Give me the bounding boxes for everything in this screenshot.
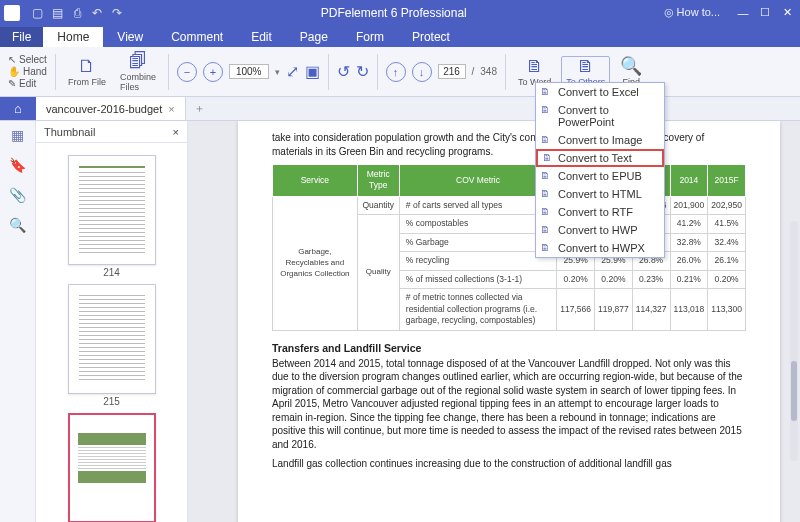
zoom-in-button[interactable]: + xyxy=(203,62,223,82)
file-menu[interactable]: File xyxy=(0,27,43,47)
tab-edit[interactable]: Edit xyxy=(237,27,286,47)
dropdown-item[interactable]: Convert to EPUB xyxy=(536,167,664,185)
qa-undo-icon[interactable]: ↶ xyxy=(90,6,104,20)
thumbnail-item[interactable] xyxy=(68,284,156,394)
section-heading: Transfers and Landfill Service xyxy=(272,341,746,355)
quick-access: ▢ ▤ ⎙ ↶ ↷ xyxy=(30,6,124,20)
dropdown-item[interactable]: Convert to HWPX xyxy=(536,239,664,257)
fit-width-icon[interactable]: ⤢ xyxy=(286,62,299,81)
table-row: Garbage, Recyclables and Organics Collec… xyxy=(273,196,746,214)
data-table: ServiceMetric TypeCOV Metric201120122013… xyxy=(272,164,746,331)
value-cell: 117,566 xyxy=(557,289,595,330)
qa-print-icon[interactable]: ⎙ xyxy=(70,6,84,20)
dropdown-item[interactable]: Convert to PowerPoint xyxy=(536,101,664,131)
tab-view[interactable]: View xyxy=(103,27,157,47)
from-file-button[interactable]: 🗋 From File xyxy=(64,57,110,87)
dropdown-item[interactable]: Convert to Excel xyxy=(536,83,664,101)
value-cell: 0.20% xyxy=(708,270,746,288)
zoom-level[interactable]: 100% xyxy=(229,64,269,79)
minimize-button[interactable]: — xyxy=(734,6,752,20)
tab-home[interactable]: Home xyxy=(43,27,103,47)
page-sep: / xyxy=(472,66,475,77)
value-cell: 0.20% xyxy=(595,270,633,288)
zoom-out-button[interactable]: − xyxy=(177,62,197,82)
edit-tool[interactable]: ✎Edit xyxy=(8,78,47,89)
close-button[interactable]: ✕ xyxy=(778,6,796,20)
fit-page-icon[interactable]: ▣ xyxy=(305,62,320,81)
body-text: take into consideration population growt… xyxy=(272,131,746,158)
metric-type-cell: Quantity xyxy=(357,196,399,214)
value-cell: 113,018 xyxy=(670,289,708,330)
zoom-dropdown-icon[interactable]: ▾ xyxy=(275,67,280,77)
search-icon: 🔍 xyxy=(620,57,642,75)
qa-redo-icon[interactable]: ↷ xyxy=(110,6,124,20)
combine-icon: 🗐 xyxy=(129,52,147,70)
rotate-ccw-icon[interactable]: ↺ xyxy=(337,62,350,81)
howto-link[interactable]: ◎ How to... xyxy=(664,6,720,19)
value-cell: 32.8% xyxy=(670,233,708,251)
value-cell: 41.5% xyxy=(708,215,746,233)
table-header: 2014 xyxy=(670,165,708,197)
document-tabstrip: ⌂ vancouver-2016-budget × ＋ xyxy=(0,97,800,121)
select-tool[interactable]: ↖Select xyxy=(8,54,47,65)
value-cell: 41.2% xyxy=(670,215,708,233)
value-cell: 202,950 xyxy=(708,196,746,214)
menubar: File Home View Comment Edit Page Form Pr… xyxy=(0,25,800,47)
value-cell: 113,300 xyxy=(708,289,746,330)
app-icon xyxy=(4,5,20,21)
next-page-button[interactable]: ↓ xyxy=(412,62,432,82)
value-cell: 119,877 xyxy=(595,289,633,330)
vertical-scrollbar[interactable] xyxy=(790,221,798,461)
close-tab-icon[interactable]: × xyxy=(168,103,174,115)
maximize-button[interactable]: ☐ xyxy=(756,6,774,20)
value-cell: 26.1% xyxy=(708,252,746,270)
thumbnail-rail-icon[interactable]: ▦ xyxy=(11,127,24,143)
dropdown-item[interactable]: Convert to Text xyxy=(536,149,664,167)
body-text: Landfill gas collection continues increa… xyxy=(272,457,746,471)
page-viewport[interactable]: take into consideration population growt… xyxy=(188,121,800,522)
thumbnail-close-icon[interactable]: × xyxy=(173,126,179,138)
thumbnail-item-selected[interactable] xyxy=(68,413,156,522)
cursor-icon: ↖ xyxy=(8,54,16,65)
thumbnail-number: 215 xyxy=(36,396,187,407)
home-tab-icon[interactable]: ⌂ xyxy=(0,97,36,120)
from-file-icon: 🗋 xyxy=(78,57,96,75)
metric-cell: % recycling xyxy=(399,252,556,270)
to-others-icon: 🗎 xyxy=(577,57,595,75)
qa-save-icon[interactable]: ▤ xyxy=(50,6,64,20)
scrollbar-thumb[interactable] xyxy=(791,361,797,421)
attachment-rail-icon[interactable]: 📎 xyxy=(9,187,26,203)
value-cell: 0.21% xyxy=(670,270,708,288)
thumbnail-item[interactable] xyxy=(68,155,156,265)
search-rail-icon[interactable]: 🔍 xyxy=(9,217,26,233)
dropdown-item[interactable]: Convert to RTF xyxy=(536,203,664,221)
qa-open-icon[interactable]: ▢ xyxy=(30,6,44,20)
left-rail: ▦ 🔖 📎 🔍 xyxy=(0,121,36,522)
app-title: PDFelement 6 Professional xyxy=(124,6,664,20)
document-page: take into consideration population growt… xyxy=(238,121,780,522)
dropdown-item[interactable]: Convert to HTML xyxy=(536,185,664,203)
dropdown-item[interactable]: Convert to Image xyxy=(536,131,664,149)
hand-tool[interactable]: ✋Hand xyxy=(8,66,47,77)
table-header: Service xyxy=(273,165,358,197)
page-current[interactable]: 216 xyxy=(438,64,466,79)
metric-cell: % Garbage xyxy=(399,233,556,251)
workspace: ▦ 🔖 📎 🔍 Thumbnail × 214 215 216 xyxy=(0,121,800,522)
tab-protect[interactable]: Protect xyxy=(398,27,464,47)
tab-form[interactable]: Form xyxy=(342,27,398,47)
dropdown-item[interactable]: Convert to HWP xyxy=(536,221,664,239)
thumbnail-panel: Thumbnail × 214 215 216 xyxy=(36,121,188,522)
value-cell: 201,900 xyxy=(670,196,708,214)
rotate-cw-icon[interactable]: ↻ xyxy=(356,62,369,81)
prev-page-button[interactable]: ↑ xyxy=(386,62,406,82)
tab-comment[interactable]: Comment xyxy=(157,27,237,47)
metric-cell: # of metric tonnes collected via residen… xyxy=(399,289,556,330)
combine-files-button[interactable]: 🗐 Combine Files xyxy=(116,52,160,92)
bookmark-rail-icon[interactable]: 🔖 xyxy=(9,157,26,173)
tab-page[interactable]: Page xyxy=(286,27,342,47)
new-tab-button[interactable]: ＋ xyxy=(186,101,213,116)
to-others-dropdown: Convert to ExcelConvert to PowerPointCon… xyxy=(535,82,665,258)
metric-type-cell: Quality xyxy=(357,215,399,330)
document-tab[interactable]: vancouver-2016-budget × xyxy=(36,97,186,120)
thumbnail-list[interactable]: 214 215 216 xyxy=(36,143,187,522)
